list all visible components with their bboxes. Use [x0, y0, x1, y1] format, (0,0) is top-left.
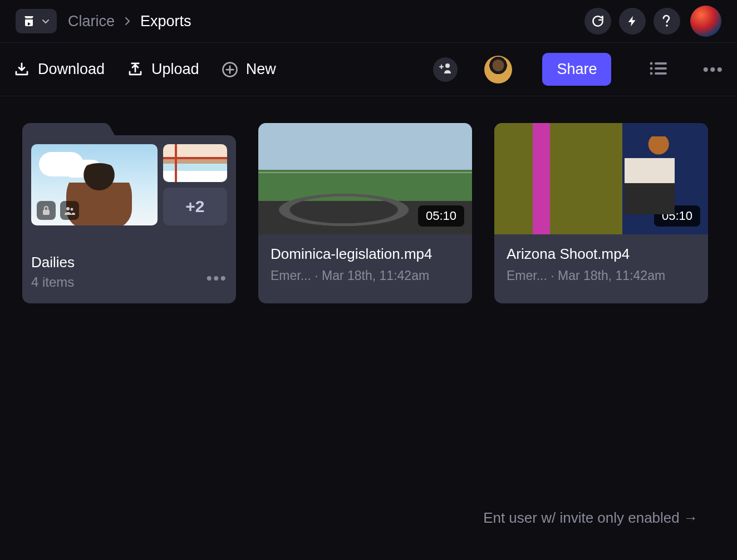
refresh-button[interactable] [584, 8, 611, 35]
new-button[interactable]: New [222, 61, 276, 78]
list-icon [649, 68, 668, 77]
svg-point-11 [71, 208, 73, 211]
chevron-down-icon [41, 17, 50, 26]
ellipsis-icon: ••• [702, 60, 724, 78]
footer-note: Ent user w/ invite only enabled → [483, 509, 698, 527]
toolbar: Download Upload New Share ••• [0, 43, 737, 96]
question-icon [662, 14, 671, 28]
svg-point-2 [445, 63, 450, 68]
folder-item-count: 4 items [31, 274, 206, 290]
list-view-toggle[interactable] [649, 61, 668, 78]
header-bar: Clarice Exports [0, 0, 737, 43]
svg-rect-6 [655, 67, 667, 70]
help-button[interactable] [654, 8, 680, 35]
add-collaborator-button[interactable] [433, 57, 458, 82]
folder-name: Dailies [31, 254, 206, 271]
ellipsis-icon: ••• [206, 269, 227, 287]
svg-point-7 [650, 72, 653, 75]
upload-button[interactable]: Upload [127, 61, 199, 78]
folder-overflow-count: +2 [163, 188, 227, 225]
folder-card-dailies[interactable]: +2 Dailies 4 items ••• [22, 123, 236, 303]
svg-rect-4 [655, 62, 667, 65]
collaborator-avatar[interactable] [484, 56, 512, 83]
share-button[interactable]: Share [542, 53, 611, 86]
video-duration: 05:10 [418, 205, 464, 227]
svg-point-5 [650, 67, 653, 70]
video-thumbnail: 05:10 [258, 123, 472, 234]
breadcrumb-current: Exports [140, 13, 191, 30]
folder-thumbnails: +2 [31, 144, 227, 225]
workspace-icon [22, 14, 36, 28]
plus-circle-icon [222, 61, 238, 78]
lightning-button[interactable] [619, 8, 646, 35]
folder-thumb-secondary [163, 144, 227, 182]
new-label: New [246, 61, 276, 78]
svg-point-3 [650, 62, 653, 65]
video-title: Dominica-legislation.mp4 [271, 245, 460, 263]
download-label: Download [38, 61, 105, 78]
chevron-right-icon [124, 13, 131, 30]
folder-thumb-primary [31, 144, 158, 225]
video-card-dominica[interactable]: 05:10 Dominica-legislation.mp4 Emer... ·… [258, 123, 472, 303]
svg-point-0 [666, 24, 668, 27]
refresh-icon [591, 14, 605, 28]
people-icon [60, 201, 79, 220]
workspace-switcher[interactable] [16, 9, 57, 33]
upload-icon [127, 61, 144, 78]
svg-rect-9 [43, 210, 50, 215]
add-person-icon [439, 62, 452, 76]
download-icon [13, 61, 30, 78]
upload-label: Upload [151, 61, 199, 78]
svg-point-10 [66, 207, 70, 210]
content-grid: +2 Dailies 4 items ••• 05:10 Dominica-le… [0, 96, 737, 330]
video-title: Arizona Shoot.mp4 [507, 245, 696, 263]
svg-rect-8 [655, 72, 667, 75]
video-subtitle: Emer... · Mar 18th, 11:42am [507, 268, 696, 283]
folder-more-button[interactable]: ••• [206, 269, 227, 288]
download-button[interactable]: Download [13, 61, 105, 78]
video-duration: 05:10 [654, 205, 700, 227]
breadcrumb-parent[interactable]: Clarice [68, 13, 115, 30]
lightning-icon [626, 14, 638, 28]
user-avatar[interactable] [690, 6, 721, 37]
lock-icon [37, 201, 56, 220]
video-card-arizona[interactable]: 05:10 Arizona Shoot.mp4 Emer... · Mar 18… [494, 123, 708, 303]
video-thumbnail: 05:10 [494, 123, 708, 234]
breadcrumb: Clarice Exports [68, 13, 191, 30]
more-options-button[interactable]: ••• [702, 60, 724, 79]
video-subtitle: Emer... · Mar 18th, 11:42am [271, 268, 460, 283]
